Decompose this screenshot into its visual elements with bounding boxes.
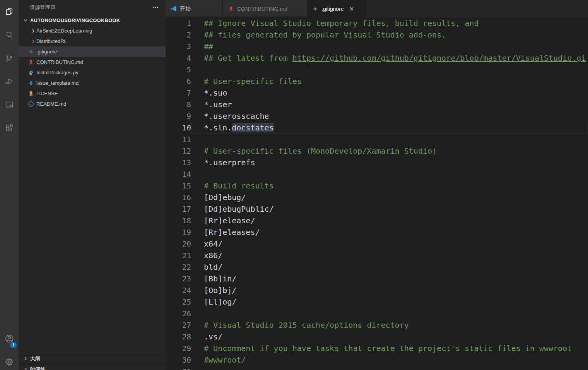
- code-line-27[interactable]: 27# Visual Studio 2015 cache/options dir…: [166, 319, 588, 331]
- line-number[interactable]: 29: [166, 343, 191, 354]
- tree-item-distributed-rl[interactable]: DistributedRL: [19, 36, 166, 46]
- tree-item-readme-md[interactable]: README.md: [19, 99, 166, 109]
- line-number[interactable]: 17: [166, 203, 191, 215]
- line-number[interactable]: 20: [166, 238, 191, 250]
- code-line-29[interactable]: 29# Uncomment if you have tasks that cre…: [166, 343, 588, 354]
- line-number[interactable]: 21: [166, 250, 191, 261]
- tree-item-contributing-md[interactable]: CONTRIBUTING.md: [19, 57, 166, 67]
- extensions-icon: [5, 123, 14, 134]
- code-line-15[interactable]: 15# Build results: [166, 180, 588, 192]
- search-button[interactable]: [0, 24, 19, 47]
- code-line-14[interactable]: 14: [166, 168, 588, 180]
- code-line-26[interactable]: 26: [166, 308, 588, 319]
- code-line-22[interactable]: 22bld/: [166, 261, 588, 273]
- gitignore-url-link[interactable]: https://github.com/github/gitignore/blob…: [292, 53, 586, 63]
- more-actions-button[interactable]: [152, 3, 159, 11]
- line-number[interactable]: 18: [166, 215, 191, 226]
- line-number[interactable]: 13: [166, 157, 191, 168]
- line-number[interactable]: 8: [166, 99, 191, 110]
- remote-explorer-button[interactable]: [0, 94, 19, 117]
- line-number[interactable]: 31: [166, 366, 191, 370]
- line-number[interactable]: 16: [166, 192, 191, 203]
- line-text: *.user: [204, 99, 232, 110]
- tree-item-airsim-e2e-deep-learning[interactable]: AirSimE2EDeepLearning: [19, 26, 166, 36]
- line-number[interactable]: 11: [166, 134, 191, 145]
- line-number[interactable]: 15: [166, 180, 191, 192]
- code-line-24[interactable]: 24[Oo]bj/: [166, 284, 588, 296]
- code-line-6[interactable]: 6# User-specific files: [166, 75, 588, 87]
- code-line-8[interactable]: 8*.user: [166, 99, 588, 110]
- code-line-10[interactable]: 10*.sln.docstates: [166, 122, 588, 134]
- line-number[interactable]: 19: [166, 226, 191, 238]
- tree-root-folder[interactable]: AUTONOMOUSDRIVINGCOOKBOOK: [19, 15, 166, 26]
- code-line-25[interactable]: 25[Ll]og/: [166, 296, 588, 308]
- code-line-18[interactable]: 18[Rr]elease/: [166, 215, 588, 226]
- code-segment: *.user: [204, 100, 232, 109]
- line-number[interactable]: 6: [166, 75, 191, 87]
- code-line-9[interactable]: 9*.userosscache: [166, 110, 588, 122]
- code-line-11[interactable]: 11: [166, 134, 588, 145]
- line-text: # User-specific files (MonoDevelop/Xamar…: [204, 145, 437, 157]
- line-number[interactable]: 25: [166, 296, 191, 308]
- line-number[interactable]: 9: [166, 110, 191, 122]
- code-line-31[interactable]: 31: [166, 366, 588, 370]
- code-line-20[interactable]: 20x64/: [166, 238, 588, 250]
- code-line-19[interactable]: 19[Rr]eleases/: [166, 226, 588, 238]
- ribbon-red-icon: [28, 59, 34, 65]
- timeline-section-header[interactable]: 时间线: [19, 364, 166, 370]
- code-line-12[interactable]: 12# User-specific files (MonoDevelop/Xam…: [166, 145, 588, 157]
- code-line-13[interactable]: 13*.userprefs: [166, 157, 588, 168]
- extensions-button[interactable]: [0, 117, 19, 140]
- outline-section-header[interactable]: 大纲: [19, 353, 166, 364]
- code-line-30[interactable]: 30#wwwroot/: [166, 354, 588, 366]
- code-line-1[interactable]: 1## Ignore Visual Studio temporary files…: [166, 17, 588, 29]
- code-segment: bld/: [204, 262, 222, 272]
- line-number[interactable]: 22: [166, 261, 191, 273]
- line-number[interactable]: 23: [166, 273, 191, 284]
- line-number[interactable]: 28: [166, 331, 191, 343]
- tree-item-label: .gitignore: [36, 49, 57, 55]
- line-number[interactable]: 14: [166, 168, 191, 180]
- tab-contributing-md[interactable]: CONTRIBUTING.md: [223, 0, 307, 17]
- close-tab-button[interactable]: [348, 5, 356, 13]
- code-line-7[interactable]: 7*.suo: [166, 87, 588, 99]
- explorer-button[interactable]: [0, 1, 19, 24]
- tree-item-gitignore[interactable]: .gitignore: [19, 46, 166, 57]
- code-segment: *.userprefs: [204, 158, 255, 167]
- line-number[interactable]: 5: [166, 64, 191, 75]
- accounts-button[interactable]: 1: [0, 328, 19, 351]
- tree-item-label: LICENSE: [36, 91, 58, 96]
- line-number[interactable]: 1: [166, 17, 191, 29]
- line-number[interactable]: 12: [166, 145, 191, 157]
- line-number[interactable]: 4: [166, 52, 191, 64]
- line-number[interactable]: 10: [166, 122, 191, 134]
- code-line-28[interactable]: 28.vs/: [166, 331, 588, 343]
- source-control-button[interactable]: [0, 47, 19, 70]
- line-number[interactable]: 2: [166, 29, 191, 41]
- code-line-23[interactable]: 23[Bb]in/: [166, 273, 588, 284]
- code-line-2[interactable]: 2## files generated by popular Visual St…: [166, 29, 588, 41]
- tree-item-license[interactable]: LICENSE: [19, 88, 166, 99]
- code-line-4[interactable]: 4## Get latest from https://github.com/g…: [166, 52, 588, 64]
- line-number[interactable]: 26: [166, 308, 191, 319]
- vscode-logo-icon: [170, 5, 177, 12]
- tab-welcome[interactable]: 开始: [166, 0, 223, 17]
- tree-item-install-packages-py[interactable]: InstallPackages.py: [19, 67, 166, 78]
- line-number[interactable]: 7: [166, 87, 191, 99]
- settings-button[interactable]: [0, 351, 19, 370]
- code-line-21[interactable]: 21x86/: [166, 250, 588, 261]
- activity-bar: 1: [0, 0, 19, 370]
- tab-gitignore[interactable]: .gitignore: [307, 0, 366, 17]
- line-text: # Build results: [204, 180, 274, 192]
- code-line-5[interactable]: 5: [166, 64, 588, 75]
- run-debug-button[interactable]: [0, 70, 19, 94]
- line-number[interactable]: 3: [166, 41, 191, 52]
- code-line-17[interactable]: 17[Dd]ebugPublic/: [166, 203, 588, 215]
- line-number[interactable]: 24: [166, 284, 191, 296]
- code-editor[interactable]: 1## Ignore Visual Studio temporary files…: [166, 17, 588, 370]
- tree-item-issue-template-md[interactable]: issue_template.md: [19, 78, 166, 88]
- code-line-16[interactable]: 16[Dd]ebug/: [166, 192, 588, 203]
- code-line-3[interactable]: 3##: [166, 41, 588, 52]
- line-number[interactable]: 30: [166, 354, 191, 366]
- line-number[interactable]: 27: [166, 319, 191, 331]
